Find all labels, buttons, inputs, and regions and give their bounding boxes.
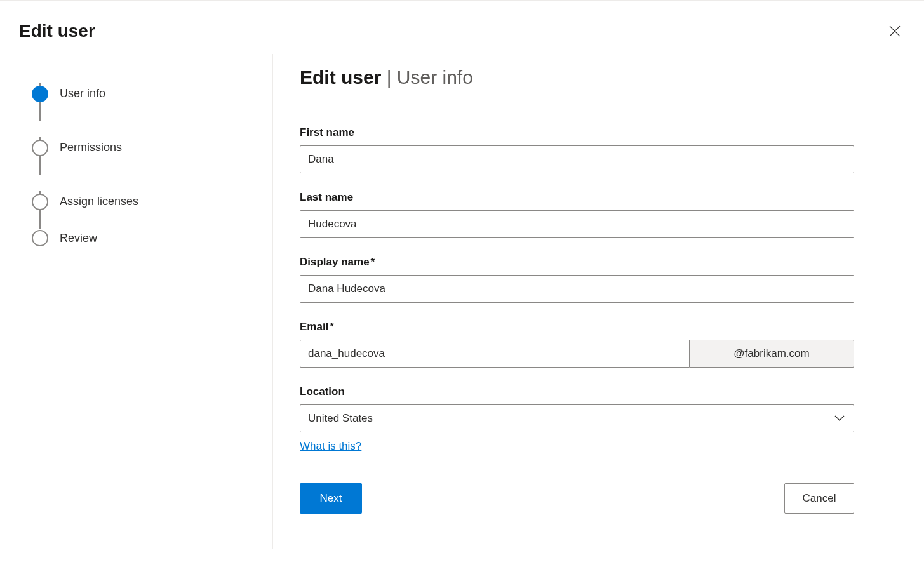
step-user-info[interactable]: User info (32, 67, 272, 121)
email-input[interactable] (300, 340, 689, 368)
step-label: Review (60, 232, 97, 245)
section-heading: Edit user | User info (300, 67, 854, 88)
close-button[interactable] (885, 21, 905, 41)
step-assign-licenses[interactable]: Assign licenses (32, 175, 272, 229)
step-circle-icon (32, 140, 48, 156)
wizard-stepper: User info Permissions Assign licenses Re… (32, 54, 273, 549)
display-name-input[interactable] (300, 275, 854, 303)
form-main: Edit user | User info First name Last na… (273, 54, 924, 549)
required-asterisk: * (330, 321, 334, 333)
location-help-link[interactable]: What is this? (300, 440, 361, 453)
step-circle-icon (32, 194, 48, 210)
last-name-input[interactable] (300, 210, 854, 238)
first-name-input[interactable] (300, 145, 854, 173)
step-permissions[interactable]: Permissions (32, 121, 272, 175)
last-name-label: Last name (300, 191, 854, 204)
step-label: User info (60, 87, 105, 100)
email-label: Email* (300, 321, 854, 333)
location-select-value: United States (308, 412, 373, 425)
display-name-label: Display name* (300, 256, 854, 269)
required-asterisk: * (371, 256, 375, 268)
step-label: Permissions (60, 141, 122, 154)
panel-title: Edit user (19, 21, 95, 41)
next-button[interactable]: Next (300, 483, 362, 514)
location-select[interactable]: United States (300, 404, 854, 432)
cancel-button[interactable]: Cancel (784, 483, 854, 514)
close-icon (889, 25, 901, 37)
email-domain-suffix: @fabrikam.com (689, 340, 854, 368)
section-title-separator: | (387, 67, 397, 88)
step-review[interactable]: Review (32, 229, 272, 248)
location-label: Location (300, 385, 854, 398)
email-label-text: Email (300, 321, 328, 333)
display-name-label-text: Display name (300, 256, 370, 268)
step-circle-icon (32, 230, 48, 246)
section-title-light: User info (397, 67, 473, 88)
section-title-bold: Edit user (300, 67, 387, 88)
first-name-label: First name (300, 126, 854, 139)
step-label: Assign licenses (60, 195, 138, 208)
step-circle-icon (32, 86, 48, 102)
